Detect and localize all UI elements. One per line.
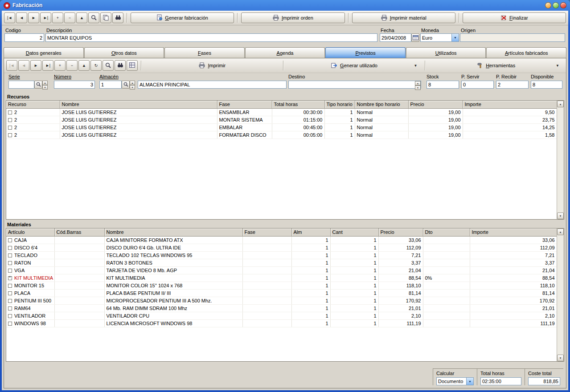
- recurso-row[interactable]: 2 JOSE LUIS GUTIERREZ ENSAMBLAR 00:30:00…: [6, 108, 557, 116]
- total-horas-field[interactable]: [480, 377, 521, 385]
- destino-select[interactable]: ▲▼: [288, 81, 421, 89]
- grid-nav-next-button[interactable]: ►: [30, 60, 41, 71]
- serie-search-button[interactable]: [34, 81, 42, 89]
- row-checkbox-icon[interactable]: [8, 284, 12, 288]
- disponible-field[interactable]: [531, 81, 562, 89]
- find-records-button[interactable]: [112, 12, 123, 23]
- material-row[interactable]: RAM64 64 Mb. RAM DIMM SDRAM 100 Mhz 1 1 …: [6, 304, 557, 312]
- row-checkbox-icon[interactable]: [8, 118, 12, 122]
- row-checkbox-icon[interactable]: [8, 276, 12, 280]
- row-checkbox-icon[interactable]: [8, 291, 12, 295]
- material-row[interactable]: CAJA CAJA MINITORRE FORMATO ATX 1 1 33,0…: [6, 236, 557, 244]
- nav-previous-button[interactable]: ◄: [16, 12, 27, 23]
- serie-spinner[interactable]: ▲▼: [42, 81, 48, 89]
- codigo-field[interactable]: [4, 33, 44, 42]
- imprimir-orden-button[interactable]: Imprimir orden: [241, 12, 344, 23]
- serie-field[interactable]: [8, 81, 34, 89]
- material-row[interactable]: PENTIUM III 500 MICROPROCESADOR PENTIUM …: [6, 297, 557, 304]
- fecha-field[interactable]: [380, 33, 411, 42]
- almacen-name-field[interactable]: [138, 81, 287, 89]
- origen-field[interactable]: [460, 33, 565, 42]
- grid-list-view-button[interactable]: [127, 60, 138, 71]
- delete-record-button[interactable]: −: [64, 12, 75, 23]
- tab-previstos[interactable]: Previstos: [325, 47, 406, 58]
- row-checkbox-icon[interactable]: [8, 269, 12, 273]
- almacen-search-button[interactable]: [122, 81, 130, 89]
- column-header-alm[interactable]: Alm: [291, 229, 330, 236]
- material-row[interactable]: DISCO 6'4 DISCO DURO 6'4 Gb. ULTRA IDE 1…: [6, 244, 557, 251]
- material-row[interactable]: VGA TARJETA DE VIDEO 8 Mb. AGP 1 1 21,04…: [6, 266, 557, 274]
- descripcion-field[interactable]: [45, 33, 377, 42]
- material-row[interactable]: MONITOR 15 MONITOR COLOR 15'' 1024 x 768…: [6, 282, 557, 289]
- row-checkbox-icon[interactable]: [8, 133, 12, 137]
- tab-datos-generales[interactable]: Datos generales: [4, 47, 84, 58]
- grid-find-button[interactable]: [115, 60, 126, 71]
- grid-nav-previous-button[interactable]: ◄: [18, 60, 29, 71]
- grid-add-button[interactable]: +: [54, 60, 66, 71]
- material-row[interactable]: TECLADO TECLADO 102 TECLAS WINDOWS 95 1 …: [6, 251, 557, 259]
- chevron-down-icon[interactable]: ▼: [556, 64, 559, 68]
- material-row[interactable]: RATON RATON 3 BOTONES 1 1 3,37 3,37: [6, 259, 557, 266]
- column-header-recurso[interactable]: Recurso: [6, 101, 60, 108]
- spin-down-icon[interactable]: ▼: [130, 85, 135, 90]
- herramientas-button[interactable]: Herramientas ▼: [429, 60, 564, 71]
- recurso-row[interactable]: 2 JOSE LUIS GUTIERREZ FORMATEAR DISCO 00…: [6, 131, 557, 139]
- p-servir-field[interactable]: [461, 81, 494, 89]
- recurso-row[interactable]: 2 JOSE LUIS GUTIERREZ EMBALAR 00:45:00 1…: [6, 123, 557, 131]
- imprimir-material-button[interactable]: Imprimir material: [352, 12, 455, 23]
- column-header-cant[interactable]: Cant: [330, 229, 378, 236]
- material-row[interactable]: WINDOWS 98 LICENCIA MICROSOFT WINDOWS 98…: [6, 319, 557, 327]
- row-checkbox-icon[interactable]: [8, 261, 12, 265]
- column-header-nombre[interactable]: Nombre: [60, 101, 217, 108]
- search-button[interactable]: [88, 12, 99, 23]
- copy-button[interactable]: [100, 12, 111, 23]
- edit-record-button[interactable]: ▲: [76, 12, 87, 23]
- recurso-row[interactable]: 2 JOSE LUIS GUTIERREZ MONTAR SISTEMA 01:…: [6, 116, 557, 123]
- grid-nav-first-button[interactable]: |◄: [6, 60, 17, 71]
- chevron-down-icon[interactable]: ▼: [451, 34, 459, 41]
- calcular-select[interactable]: Documento ▼: [436, 377, 474, 385]
- column-header-articulo[interactable]: Artículo: [6, 229, 54, 236]
- tab-utilizados[interactable]: Utilizados: [406, 47, 486, 58]
- row-checkbox-icon[interactable]: [8, 253, 12, 257]
- grid-refresh-button[interactable]: ↻: [90, 60, 102, 71]
- material-row[interactable]: KIT MULTIMEDIA KIT MULTIMEDIA 1 1 88,54 …: [6, 274, 557, 282]
- moneda-select[interactable]: Euro ▼: [420, 33, 459, 42]
- scroll-down-button[interactable]: ▼: [557, 355, 564, 361]
- grid-search-button[interactable]: [103, 60, 114, 71]
- stock-field[interactable]: [426, 81, 459, 89]
- nav-last-button[interactable]: ►|: [40, 12, 51, 23]
- grid-delete-button[interactable]: −: [66, 60, 78, 71]
- row-checkbox-icon[interactable]: [8, 238, 12, 242]
- column-header-nombre-tipo-horario[interactable]: Nombre tipo horario: [355, 101, 408, 108]
- column-header-fase[interactable]: Fase: [242, 229, 291, 236]
- row-checkbox-icon[interactable]: [8, 322, 12, 326]
- spin-down-icon[interactable]: ▼: [42, 85, 48, 90]
- spin-down-icon[interactable]: ▼: [415, 86, 421, 90]
- column-header-precio[interactable]: Precio: [408, 101, 463, 108]
- material-row[interactable]: VENTILADOR VENTILADOR CPU 1 1 2,10 2,10: [6, 312, 557, 319]
- chevron-down-icon[interactable]: ▼: [414, 64, 417, 68]
- spin-up-icon[interactable]: ▲: [415, 81, 421, 86]
- imprimir-button[interactable]: Imprimir: [145, 60, 280, 71]
- recursos-vertical-scrollbar[interactable]: ▲ ▼: [557, 101, 564, 219]
- scroll-up-button[interactable]: ▲: [557, 229, 564, 235]
- materiales-vertical-scrollbar[interactable]: ▲ ▼: [557, 229, 564, 361]
- column-header-total-horas[interactable]: Total horas: [272, 101, 324, 108]
- column-header-tipo-horario[interactable]: Tipo horario: [324, 101, 355, 108]
- add-record-button[interactable]: +: [52, 12, 63, 23]
- minimize-button[interactable]: [545, 2, 551, 8]
- p-recibir-field[interactable]: [496, 81, 529, 89]
- column-header-nombre[interactable]: Nombre: [104, 229, 242, 236]
- generar-utilizado-button[interactable]: Generar utilizado ▼: [287, 60, 422, 71]
- coste-total-field[interactable]: [528, 377, 560, 385]
- generar-fabricacion-button[interactable]: Generar fabricación: [131, 12, 234, 23]
- column-header-cod-barras[interactable]: Cód.Barras: [54, 229, 104, 236]
- column-header-importe[interactable]: Importe: [470, 229, 557, 236]
- row-checkbox-icon[interactable]: [8, 299, 12, 303]
- row-checkbox-icon[interactable]: [8, 306, 12, 310]
- row-checkbox-icon[interactable]: [8, 126, 12, 130]
- row-checkbox-icon[interactable]: [8, 246, 12, 250]
- close-button[interactable]: [560, 2, 566, 8]
- row-checkbox-icon[interactable]: [8, 110, 12, 114]
